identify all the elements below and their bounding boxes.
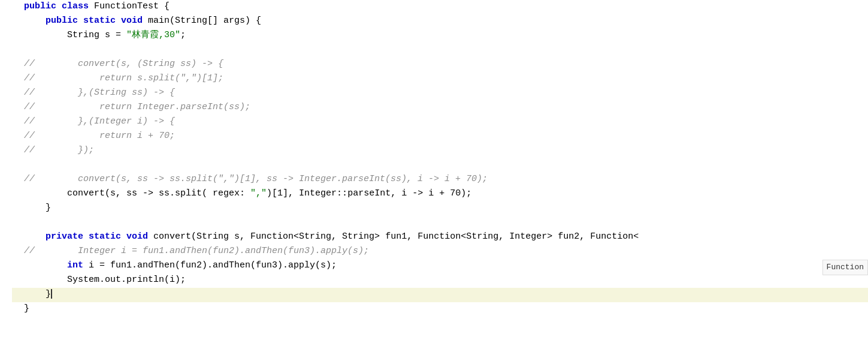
- code-line: // },(Integer i) -> {: [12, 115, 868, 130]
- line-text: public static void main(String[] args) {: [24, 14, 868, 28]
- code-token: // },(String ss) -> {: [24, 88, 175, 98]
- code-line: [12, 43, 868, 58]
- code-token: // convert(s, (String ss) -> {: [24, 59, 223, 69]
- code-token: i = fun1.andThen(fun2).andThen(fun3).app…: [83, 260, 337, 270]
- code-token: main(String[] args) {: [148, 16, 261, 26]
- function-hint-label: Function: [827, 263, 864, 272]
- code-token: }: [24, 203, 51, 213]
- code-content: public class FunctionTest { public stati…: [0, 0, 868, 317]
- code-token: // convert(s, ss -> ss.split(",")[1], ss…: [24, 174, 488, 184]
- line-text: // return s.split(",")[1];: [24, 72, 868, 86]
- line-text: // return Integer.parseInt(ss);: [24, 101, 868, 115]
- line-text: }: [24, 302, 868, 316]
- code-token: convert(s, ss -> ss.split(: [24, 188, 213, 198]
- line-text: // Integer i = fun1.andThen(fun2).andThe…: [24, 245, 868, 258]
- code-token: // return s.split(",")[1];: [24, 73, 223, 83]
- code-token: FunctionTest {: [94, 1, 170, 11]
- code-token: class: [62, 1, 94, 11]
- code-editor: public class FunctionTest { public stati…: [0, 0, 868, 361]
- code-line: System.out.println(i);: [12, 273, 868, 288]
- code-token: void: [121, 16, 148, 26]
- code-token: static: [83, 16, 121, 26]
- code-token: "林青霞,30": [126, 30, 180, 40]
- code-line: // return Integer.parseInt(ss);: [12, 101, 868, 115]
- code-line: }: [12, 288, 868, 302]
- line-text: private static void convert(String s, Fu…: [24, 230, 868, 244]
- line-text: // convert(s, ss -> ss.split(",")[1], ss…: [24, 173, 868, 186]
- code-token: }: [24, 289, 51, 299]
- code-token: .println(i);: [121, 275, 186, 285]
- line-text: public class FunctionTest {: [24, 0, 868, 14]
- code-line: // convert(s, ss -> ss.split(",")[1], ss…: [12, 173, 868, 187]
- code-line: // return s.split(",")[1];: [12, 72, 868, 86]
- code-token: ;: [180, 30, 186, 40]
- code-line: // });: [12, 144, 868, 158]
- function-hint: Function: [822, 260, 868, 275]
- line-text: // });: [24, 144, 868, 158]
- code-token: }: [24, 303, 29, 314]
- code-token: // return i + 70;: [24, 131, 175, 141]
- code-token: out: [105, 275, 121, 285]
- code-token: int: [67, 260, 83, 270]
- text-cursor: [51, 289, 52, 299]
- line-text: // convert(s, (String ss) -> {: [24, 58, 868, 71]
- code-line: private static void convert(String s, Fu…: [12, 230, 868, 245]
- code-line: convert(s, ss -> ss.split( regex: ",")[1…: [12, 187, 868, 201]
- code-token: public: [24, 1, 62, 11]
- line-text: int i = fun1.andThen(fun2).andThen(fun3)…: [24, 259, 868, 273]
- code-token: ",": [250, 188, 267, 198]
- code-token: System.: [24, 275, 105, 285]
- code-line: int i = fun1.andThen(fun2).andThen(fun3)…: [12, 259, 868, 273]
- code-line: String s = "林青霞,30";: [12, 29, 868, 43]
- code-token: // return Integer.parseInt(ss);: [24, 102, 250, 112]
- code-token: // });: [24, 145, 94, 155]
- line-text: }: [24, 201, 868, 215]
- code-token: private: [24, 231, 89, 242]
- code-line: // convert(s, (String ss) -> {: [12, 58, 868, 72]
- code-token: [24, 260, 67, 270]
- code-token: static: [89, 231, 126, 242]
- line-text: String s = "林青霞,30";: [24, 29, 868, 43]
- code-line: public static void main(String[] args) {: [12, 14, 868, 29]
- line-text: convert(s, ss -> ss.split( regex: ",")[1…: [24, 187, 868, 201]
- code-token: regex:: [213, 188, 250, 198]
- line-text: // },(Integer i) -> {: [24, 115, 868, 129]
- line-text: // },(String ss) -> {: [24, 86, 868, 100]
- code-token: // },(Integer i) -> {: [24, 116, 175, 127]
- code-token: public: [24, 16, 83, 26]
- code-line: }: [12, 201, 868, 216]
- line-text: System.out.println(i);: [24, 273, 868, 287]
- code-line: }: [12, 302, 868, 317]
- code-token: parseInt: [347, 188, 391, 198]
- code-token: , i -> i +: [391, 188, 450, 198]
- code-token: void: [126, 231, 153, 242]
- line-text: // return i + 70;: [24, 130, 868, 143]
- code-token: String s =: [24, 30, 126, 40]
- code-token: 70: [450, 188, 461, 198]
- line-text: }: [24, 288, 868, 302]
- code-line: public class FunctionTest {: [12, 0, 868, 14]
- code-line: // return i + 70;: [12, 130, 868, 144]
- code-token: // Integer i = fun1.andThen(fun2).andThe…: [24, 246, 369, 256]
- code-line: [12, 158, 868, 173]
- code-token: )[1], Integer::: [267, 188, 347, 198]
- code-token: );: [461, 188, 471, 198]
- code-line: // },(String ss) -> {: [12, 86, 868, 101]
- code-line: // Integer i = fun1.andThen(fun2).andThe…: [12, 245, 868, 259]
- code-line: [12, 216, 868, 230]
- code-token: convert(String s, Function<String, Strin…: [153, 231, 639, 242]
